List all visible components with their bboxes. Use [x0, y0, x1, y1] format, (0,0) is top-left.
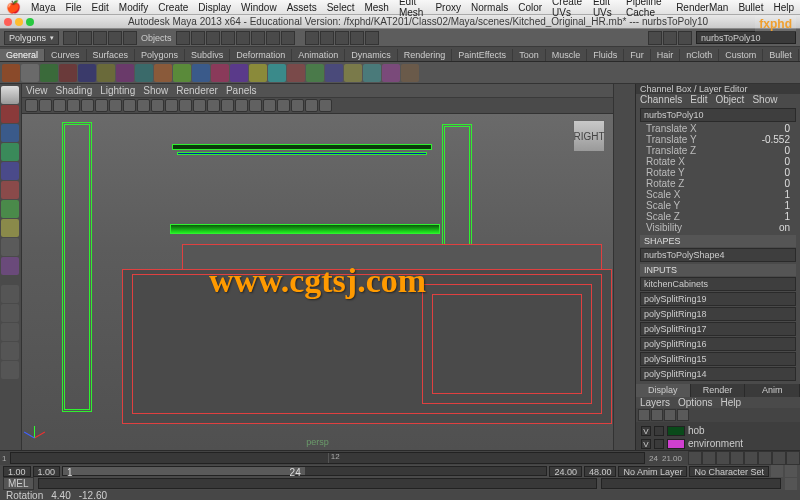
paint-select-icon[interactable]	[1, 124, 19, 142]
snap-icon[interactable]	[305, 31, 319, 45]
cb-channels[interactable]: Channels	[640, 94, 682, 105]
attr-row[interactable]: Visibilityon	[640, 222, 796, 233]
range-playend[interactable]: 24.00	[549, 466, 582, 477]
shelf-icon[interactable]	[97, 64, 115, 82]
redo-icon[interactable]	[123, 31, 137, 45]
step-back-icon[interactable]	[716, 451, 730, 465]
frame-back-icon[interactable]	[730, 451, 744, 465]
shelf-icon[interactable]	[40, 64, 58, 82]
shelf-icon[interactable]	[306, 64, 324, 82]
character-set-combo[interactable]: No Character Set	[689, 466, 769, 477]
shelf-icon[interactable]	[287, 64, 305, 82]
vp-icon[interactable]	[25, 99, 38, 112]
vp-icon[interactable]	[67, 99, 80, 112]
vp-icon[interactable]	[249, 99, 262, 112]
zoom-icon[interactable]	[26, 18, 34, 26]
tab-dynamics[interactable]: Dynamics	[345, 49, 398, 61]
tab-display[interactable]: Display	[636, 384, 691, 397]
shelf-icon[interactable]	[211, 64, 229, 82]
select-tool-icon[interactable]	[1, 86, 19, 104]
range-track[interactable]: 124	[62, 466, 547, 476]
layout-outliner-icon[interactable]	[1, 342, 19, 360]
minimize-icon[interactable]	[15, 18, 23, 26]
layer-visibility-toggle[interactable]: V	[641, 426, 651, 436]
play-start-icon[interactable]	[688, 451, 702, 465]
tab-bullet[interactable]: Bullet	[763, 49, 799, 61]
close-icon[interactable]	[4, 18, 12, 26]
vp-icon[interactable]	[235, 99, 248, 112]
attr-row[interactable]: Translate X0	[640, 123, 796, 134]
tab-hair[interactable]: Hair	[651, 49, 681, 61]
attr-row[interactable]: Rotate Y0	[640, 167, 796, 178]
attr-row[interactable]: Translate Z0	[640, 145, 796, 156]
input-node[interactable]: polySplitRing17	[640, 322, 796, 336]
timeline-track[interactable]: 12	[10, 452, 645, 464]
shelf-icon[interactable]	[363, 64, 381, 82]
select-mask-icon[interactable]	[236, 31, 250, 45]
menu-maya[interactable]: Maya	[31, 2, 55, 13]
viewport[interactable]: RIGHT www.cgtsj.com persp	[22, 114, 613, 450]
vp-icon[interactable]	[305, 99, 318, 112]
scale-tool-icon[interactable]	[1, 181, 19, 199]
move-tool-icon[interactable]	[1, 143, 19, 161]
shelf-icon[interactable]	[401, 64, 419, 82]
shelf-icon[interactable]	[325, 64, 343, 82]
tab-fur[interactable]: Fur	[624, 49, 651, 61]
shelf-icon[interactable]	[344, 64, 362, 82]
tab-anim[interactable]: Anim	[745, 384, 800, 397]
layer-row[interactable]: Venvironment	[638, 437, 798, 450]
selection-field[interactable]: nurbsToPoly10	[696, 31, 796, 44]
tab-animation[interactable]: Animation	[292, 49, 345, 61]
attr-row[interactable]: Scale Y1	[640, 200, 796, 211]
shelf-icon[interactable]	[116, 64, 134, 82]
cb-show[interactable]: Show	[752, 94, 777, 105]
node-name[interactable]: nurbsToPoly10	[640, 108, 796, 122]
universal-manip-icon[interactable]	[1, 200, 19, 218]
select-mask-icon[interactable]	[281, 31, 295, 45]
vp-icon[interactable]	[263, 99, 276, 112]
tab-toon[interactable]: Toon	[513, 49, 546, 61]
shelf-icon[interactable]	[154, 64, 172, 82]
module-selector[interactable]: Polygons	[4, 31, 59, 45]
vp-icon[interactable]	[109, 99, 122, 112]
shelf-icon[interactable]	[21, 64, 39, 82]
tab-ncloth[interactable]: nCloth	[680, 49, 719, 61]
vp-lighting[interactable]: Lighting	[100, 85, 135, 96]
viewcube[interactable]: RIGHT	[573, 120, 605, 152]
render-settings-icon[interactable]	[678, 31, 692, 45]
tab-subdivs[interactable]: Subdivs	[185, 49, 230, 61]
tab-curves[interactable]: Curves	[45, 49, 87, 61]
vp-icon[interactable]	[291, 99, 304, 112]
command-input[interactable]	[38, 478, 597, 489]
input-node[interactable]: polySplitRing16	[640, 337, 796, 351]
menu-proxy[interactable]: Proxy	[435, 2, 461, 13]
last-tool-icon[interactable]	[1, 257, 19, 275]
menu-help[interactable]: Help	[773, 2, 794, 13]
vp-panels[interactable]: Panels	[226, 85, 257, 96]
tab-surfaces[interactable]: Surfaces	[87, 49, 136, 61]
tab-general[interactable]: General	[0, 49, 45, 61]
tab-deformation[interactable]: Deformation	[230, 49, 292, 61]
shelf-icon[interactable]	[2, 64, 20, 82]
show-manip-icon[interactable]	[1, 238, 19, 256]
vp-renderer[interactable]: Renderer	[176, 85, 218, 96]
input-node[interactable]: polySplitRing18	[640, 307, 796, 321]
range-end[interactable]: 48.00	[584, 466, 617, 477]
vp-icon[interactable]	[123, 99, 136, 112]
layer-visibility-toggle[interactable]: V	[641, 439, 651, 449]
tab-custom[interactable]: Custom	[719, 49, 763, 61]
help-menu[interactable]: Help	[720, 397, 741, 408]
vp-icon[interactable]	[179, 99, 192, 112]
menu-edit[interactable]: Edit	[92, 2, 109, 13]
shelf-icon[interactable]	[230, 64, 248, 82]
select-mask-icon[interactable]	[266, 31, 280, 45]
attr-row[interactable]: Rotate X0	[640, 156, 796, 167]
menu-window[interactable]: Window	[241, 2, 277, 13]
tab-fluids[interactable]: Fluids	[587, 49, 624, 61]
menu-create[interactable]: Create	[158, 2, 188, 13]
layout-four-icon[interactable]	[1, 304, 19, 322]
open-scene-icon[interactable]	[78, 31, 92, 45]
shelf-icon[interactable]	[135, 64, 153, 82]
anim-layer-combo[interactable]: No Anim Layer	[618, 466, 687, 477]
select-mask-icon[interactable]	[251, 31, 265, 45]
